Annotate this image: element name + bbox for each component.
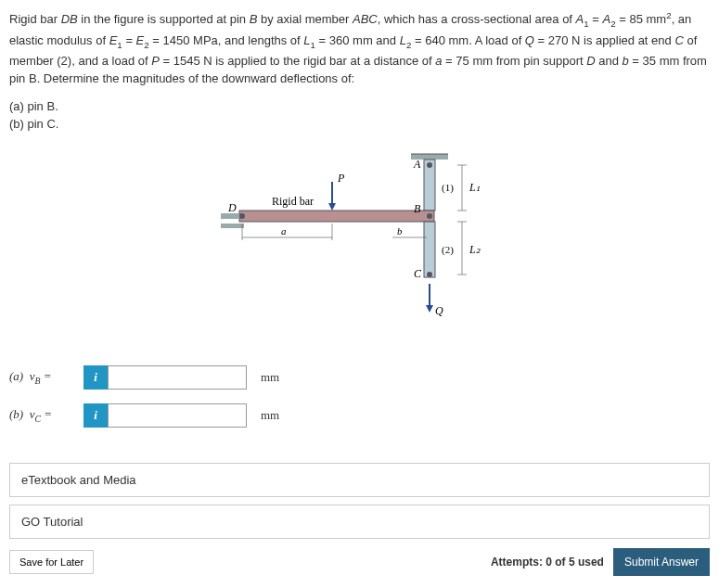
label-d-pt: D <box>227 201 237 214</box>
problem-statement: Rigid bar DB in the figure is supported … <box>9 9 710 88</box>
part-b-question: (b) pin C. <box>9 117 710 131</box>
answer-a-label: (a) vB = <box>9 369 83 386</box>
label-q: Q <box>435 304 443 317</box>
answer-a-unit: mm <box>261 370 279 385</box>
label-m1: (1) <box>442 182 454 194</box>
pin-d <box>239 213 245 219</box>
svg-marker-2 <box>328 203 336 211</box>
attempts-text: Attempts: 0 of 5 used <box>491 556 604 569</box>
submit-answer-button[interactable]: Submit Answer <box>613 548 710 576</box>
pin-a <box>427 162 432 168</box>
answer-b-unit: mm <box>261 408 279 423</box>
label-a-dim: a <box>281 225 287 236</box>
label-a-pt: A <box>413 158 421 171</box>
label-rigidbar: Rigid bar <box>272 195 314 208</box>
answer-b-input[interactable] <box>108 403 247 428</box>
info-icon[interactable]: i <box>83 403 108 428</box>
label-b-dim: b <box>397 225 403 236</box>
label-p: P <box>337 172 345 185</box>
label-m2: (2) <box>442 244 454 256</box>
pin-b <box>427 213 432 219</box>
answer-row-a: (a) vB = i mm <box>9 365 710 390</box>
member-2 <box>424 222 435 277</box>
label-b-pt: B <box>414 202 421 215</box>
figure-container: P A B C D Q a b (1) (2) L₁ L₂ Rigid bar <box>9 149 710 338</box>
label-l1: L₁ <box>469 181 481 194</box>
save-for-later-button[interactable]: Save for Later <box>9 550 94 574</box>
problem-figure: P A B C D Q a b (1) (2) L₁ L₂ Rigid bar <box>212 149 508 335</box>
answer-a-input[interactable] <box>108 365 247 390</box>
etextbook-link[interactable]: eTextbook and Media <box>9 463 710 497</box>
label-l2: L₂ <box>469 243 481 256</box>
go-tutorial-link[interactable]: GO Tutorial <box>9 505 710 539</box>
answer-row-b: (b) vC = i mm <box>9 403 710 428</box>
pin-c <box>427 272 432 277</box>
label-c-pt: C <box>414 267 422 280</box>
info-icon[interactable]: i <box>83 365 108 390</box>
svg-rect-1 <box>221 224 244 228</box>
answer-b-label: (b) vC = <box>9 407 83 424</box>
part-a-question: (a) pin B. <box>9 99 710 113</box>
rigid-bar-shape <box>239 211 434 222</box>
svg-marker-3 <box>426 305 433 313</box>
